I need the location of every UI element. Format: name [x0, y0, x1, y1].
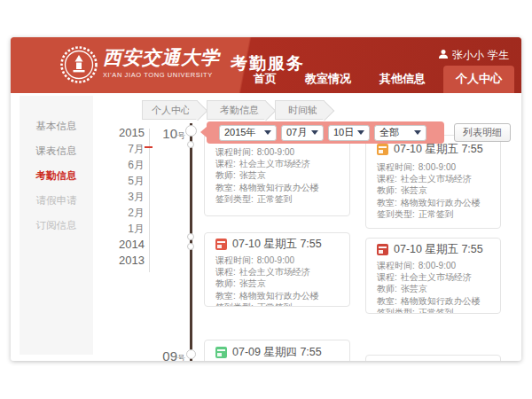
- chevron-down-icon: [264, 130, 271, 135]
- scale-month-feb[interactable]: 2月: [103, 205, 145, 221]
- sidebar-item-subscription[interactable]: 订阅信息: [20, 213, 93, 238]
- scale-year-2015[interactable]: 2015: [103, 125, 145, 141]
- nav-other-info[interactable]: 其他信息: [369, 66, 436, 93]
- user-info[interactable]: 张小小 学生: [438, 48, 509, 63]
- scale-month-jun[interactable]: 6月: [103, 157, 145, 173]
- scale-year-2013[interactable]: 2013: [103, 253, 145, 269]
- timeline-node: [185, 125, 197, 137]
- nav-personal-center[interactable]: 个人中心: [443, 66, 514, 93]
- timeline-node: [187, 233, 194, 240]
- main-nav: 首页 教室情况 其他信息 个人中心: [236, 66, 514, 93]
- user-icon: [438, 49, 449, 62]
- sidebar-item-leave-request[interactable]: 请假申请: [20, 188, 93, 213]
- university-name-cn: 西安交通大学: [103, 47, 220, 68]
- calendar-icon: [215, 347, 227, 358]
- timeline-node: [187, 243, 194, 250]
- attendance-card: 课程时间:8:00-9:00 课程:社会主义市场经济 教师:张芸京 教室:格物致…: [204, 133, 350, 216]
- card-date-title: 07-10 星期五 7:55: [394, 242, 483, 256]
- type-select[interactable]: 全部: [374, 125, 426, 141]
- user-name: 张小小: [452, 48, 484, 63]
- scale-month-jan[interactable]: 1月: [103, 221, 145, 237]
- day-label-09: 09号: [155, 348, 185, 361]
- year-select[interactable]: 2015年: [219, 125, 277, 141]
- card-date-title: 07-10 星期五 7:55: [394, 142, 483, 156]
- chevron-down-icon: [311, 130, 318, 135]
- list-detail-button[interactable]: 列表明细: [454, 123, 511, 142]
- selected-month-marker: [145, 146, 153, 148]
- sidebar-item-basic-info[interactable]: 基本信息: [20, 113, 93, 138]
- page-background: 西安交通大学 XI'AN JIAO TONG UNIVERSITY 考勤服务 张…: [0, 0, 532, 399]
- date-filter-bar: 2015年 07月 10日 全部: [207, 121, 444, 144]
- sidebar: 基本信息 课表信息 考勤信息 请假申请 订阅信息: [20, 96, 93, 355]
- timeline-node: [186, 349, 196, 359]
- app-header: 西安交通大学 XI'AN JIAO TONG UNIVERSITY 考勤服务 张…: [11, 37, 521, 93]
- nav-home[interactable]: 首页: [243, 66, 287, 93]
- breadcrumb-timeline[interactable]: 时间轴: [275, 100, 325, 120]
- attendance-card: 07-10 星期五 7:55 课程时间:8:00-9:00 课程:社会主义市场经…: [365, 238, 501, 314]
- calendar-icon: [377, 144, 388, 155]
- attendance-card: 07-10 星期五 7:55 课程时间:8:00-9:00 课程:社会主义市场经…: [204, 232, 350, 307]
- card-date-title: 07-10 星期五 7:55: [232, 237, 322, 251]
- month-select[interactable]: 07月: [281, 125, 324, 141]
- breadcrumb: 个人中心 考勤信息 时间轴: [142, 100, 333, 120]
- app-window: 西安交通大学 XI'AN JIAO TONG UNIVERSITY 考勤服务 张…: [11, 37, 521, 361]
- user-role: 学生: [488, 48, 509, 63]
- scale-month-jul[interactable]: 7月: [103, 141, 145, 157]
- breadcrumb-attendance-info[interactable]: 考勤信息: [207, 100, 266, 120]
- card-date-title: 07-09 星期四 7:55: [232, 345, 322, 359]
- calendar-icon: [377, 244, 388, 255]
- scale-divider-line: [149, 129, 150, 272]
- sidebar-item-attendance-info[interactable]: 考勤信息: [20, 163, 93, 188]
- timeline-node: [187, 141, 194, 148]
- chevron-down-icon: [357, 130, 364, 135]
- attendance-card: [365, 355, 501, 361]
- attendance-card: 07-10 星期五 7:55 课程时间:8:00-9:00 课程:社会主义市场经…: [365, 135, 501, 229]
- day-label-10: 10号: [155, 126, 185, 142]
- scale-year-2014[interactable]: 2014: [103, 237, 145, 253]
- attendance-card: 07-09 星期四 7:55: [204, 340, 350, 361]
- timeline-scale: 2015 7月 6月 5月 3月 2月 1月 2014 2013: [103, 125, 145, 269]
- chevron-down-icon: [414, 130, 421, 135]
- day-select[interactable]: 10日: [328, 125, 370, 141]
- nav-classroom-status[interactable]: 教室情况: [294, 66, 362, 93]
- breadcrumb-personal-center[interactable]: 个人中心: [142, 100, 198, 120]
- sidebar-item-course-schedule[interactable]: 课表信息: [20, 138, 93, 163]
- scale-month-may[interactable]: 5月: [103, 173, 145, 189]
- university-logo-icon: [59, 45, 98, 84]
- university-name-block: 西安交通大学 XI'AN JIAO TONG UNIVERSITY: [103, 47, 220, 79]
- university-name-en: XI'AN JIAO TONG UNIVERSITY: [103, 71, 220, 79]
- timeline-axis: [190, 123, 192, 361]
- calendar-icon: [215, 239, 227, 250]
- scale-month-mar[interactable]: 3月: [103, 189, 145, 205]
